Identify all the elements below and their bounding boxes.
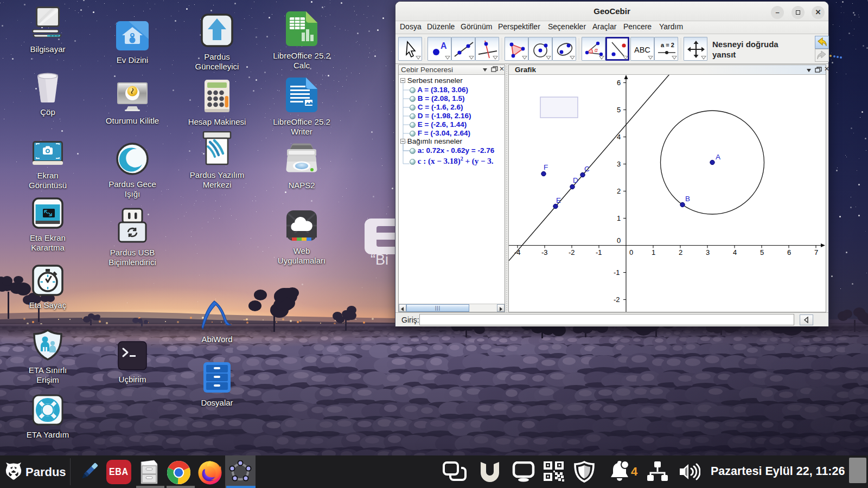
svg-text:6: 6 [617,79,621,87]
svg-text:-1: -1 [596,248,602,256]
svg-text:6: 6 [787,248,791,256]
svg-text:a = 2: a = 2 [661,42,674,48]
svg-text:-4: -4 [514,248,521,256]
svg-text:A: A [716,153,720,161]
svg-text:1: 1 [617,214,621,222]
svg-text:-1: -1 [614,268,620,277]
svg-text:2: 2 [679,248,682,256]
svg-text:-2: -2 [569,248,575,256]
svg-text:5: 5 [617,106,621,114]
svg-text:ABC: ABC [634,46,650,54]
svg-text:0: 0 [629,248,633,256]
svg-text:7: 7 [814,248,818,256]
svg-text:4: 4 [733,248,737,256]
svg-text:2: 2 [617,187,621,195]
svg-text:5: 5 [760,248,764,256]
svg-text:F: F [544,163,548,171]
svg-text:0: 0 [617,236,621,245]
svg-text:α: α [595,47,598,53]
svg-text:1: 1 [652,248,655,256]
svg-text:4: 4 [617,133,621,141]
svg-text:D: D [573,176,578,184]
svg-text:-2: -2 [614,296,620,304]
svg-text:B: B [685,195,690,203]
svg-text:A: A [441,41,447,50]
svg-text:-3: -3 [541,248,548,256]
svg-text:C: C [584,165,590,173]
svg-text:3: 3 [706,248,710,256]
svg-text:3: 3 [617,160,621,168]
svg-text:“Bi: “Bi [371,252,388,268]
svg-text:E: E [556,196,561,204]
